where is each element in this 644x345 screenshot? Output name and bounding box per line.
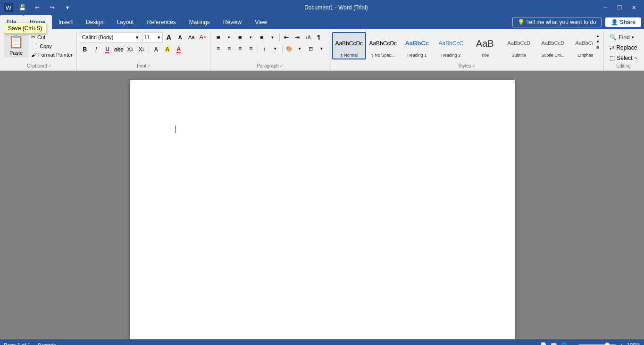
- styles-group-label[interactable]: Styles ⤢: [332, 62, 602, 69]
- close-button[interactable]: ✕: [627, 2, 640, 13]
- replace-button[interactable]: ⇄ Replace: [607, 43, 640, 52]
- doc-layout-icon[interactable]: 📄: [540, 342, 547, 345]
- font-group-label[interactable]: Font ⤢: [80, 62, 208, 69]
- tab-view[interactable]: View: [248, 15, 274, 29]
- font-shrink-button[interactable]: A: [175, 32, 185, 42]
- bullets-dropdown[interactable]: ▾: [224, 32, 234, 42]
- clipboard-right: ✂ Cut 📄 Copy 🖌 Format Painter: [29, 32, 75, 59]
- save-button[interactable]: 💾: [16, 2, 28, 13]
- style-subtitle-preview: AaBbCcD: [508, 34, 530, 53]
- read-mode-icon[interactable]: 📖: [551, 342, 557, 345]
- bullets-button[interactable]: ≡: [213, 32, 224, 42]
- find-icon: 🔍: [610, 34, 617, 41]
- multilevel-dropdown[interactable]: ▾: [268, 32, 278, 42]
- font-size-dropdown[interactable]: 11 ▾: [142, 32, 163, 42]
- paste-button[interactable]: 📋 Paste: [4, 32, 28, 58]
- clear-formatting-button[interactable]: A✕: [198, 32, 208, 42]
- undo-button[interactable]: ↩: [31, 2, 43, 13]
- word-icon: W: [4, 3, 13, 12]
- format-painter-icon: 🖌: [31, 52, 36, 58]
- divider: [282, 44, 283, 53]
- increase-indent-button[interactable]: ⇥: [292, 32, 302, 42]
- multilevel-list-button[interactable]: ≡: [257, 32, 267, 42]
- line-spacing-button[interactable]: ↕: [259, 43, 270, 54]
- minimize-button[interactable]: ─: [599, 2, 612, 13]
- select-button[interactable]: ⬚ Select ~: [607, 54, 640, 62]
- style-heading1[interactable]: AaBbCc Heading 1: [400, 32, 434, 59]
- tab-review[interactable]: Review: [217, 15, 248, 29]
- font-name-dropdown[interactable]: Calibri (Body) ▾: [80, 32, 141, 42]
- redo-button[interactable]: ↪: [46, 2, 59, 13]
- shading-dropdown[interactable]: ▾: [295, 43, 305, 54]
- styles-more[interactable]: ⊞: [594, 44, 602, 50]
- paragraph-row1: ≡ ▾ ≡ ▾ ≡ ▾ ⇤ ⇥ ↕A ¶: [213, 32, 324, 42]
- font-grow-button[interactable]: A: [164, 32, 174, 42]
- style-heading2[interactable]: AaBbCcC Heading 2: [434, 32, 468, 59]
- find-button[interactable]: 🔍 Find ▾: [607, 33, 636, 42]
- document-area[interactable]: [0, 71, 644, 339]
- italic-button[interactable]: I: [91, 44, 101, 55]
- restore-button[interactable]: ❐: [613, 2, 626, 13]
- document-page[interactable]: [130, 80, 515, 339]
- ribbon-tabs-row: File Home Insert Design Layout Reference…: [0, 15, 644, 29]
- style-normal[interactable]: AaBbCcDc ¶ Normal: [332, 32, 366, 59]
- align-left-button[interactable]: ≡: [213, 43, 224, 54]
- numbering-button[interactable]: ≡: [235, 32, 245, 42]
- justify-button[interactable]: ≡: [246, 43, 256, 54]
- format-painter-button[interactable]: 🖌 Format Painter: [29, 51, 75, 59]
- borders-dropdown[interactable]: ▾: [317, 43, 327, 54]
- styles-scroll-up[interactable]: ▲: [594, 33, 602, 39]
- zoom-out-icon[interactable]: ─: [571, 342, 575, 345]
- align-right-button[interactable]: ≡: [235, 43, 245, 54]
- styles-expand-icon: ⤢: [472, 64, 476, 68]
- style-heading2-preview: AaBbCcC: [438, 34, 463, 53]
- subscript-button[interactable]: X2: [125, 44, 135, 55]
- style-emphasis[interactable]: AaBbCcD Emphasis: [570, 32, 594, 59]
- decrease-indent-button[interactable]: ⇤: [281, 32, 292, 42]
- highlight-color-button[interactable]: A: [162, 44, 173, 55]
- ribbon-content: 📋 Paste ✂ Cut 📄 Copy 🖌 Format Painter: [0, 29, 644, 70]
- customize-qat-button[interactable]: ▾: [61, 2, 74, 13]
- tab-mailings[interactable]: Mailings: [183, 15, 217, 29]
- style-title-label: Title: [481, 53, 489, 58]
- paragraph-group-label[interactable]: Paragraph ⤢: [213, 62, 327, 69]
- superscript-button[interactable]: X2: [136, 44, 147, 55]
- style-no-spacing[interactable]: AaBbCcDc ¶ No Spac...: [366, 32, 400, 59]
- tab-insert[interactable]: Insert: [52, 15, 79, 29]
- style-subtle-em[interactable]: AaBbCcD Subtle Em...: [536, 32, 570, 59]
- underline-button[interactable]: U: [102, 44, 113, 55]
- font-color-button[interactable]: A: [174, 44, 184, 55]
- web-layout-icon[interactable]: 🌐: [561, 342, 568, 345]
- borders-button[interactable]: ⊟: [306, 43, 316, 54]
- strikethrough-button[interactable]: abc: [114, 44, 124, 55]
- sort-button[interactable]: ↕A: [303, 32, 313, 42]
- style-subtitle[interactable]: AaBbCcD Subtitle: [502, 32, 536, 59]
- numbering-dropdown[interactable]: ▾: [246, 32, 256, 42]
- style-title[interactable]: AaB Title: [468, 32, 502, 59]
- tab-home[interactable]: Home: [23, 15, 52, 29]
- font-case-button[interactable]: Aa: [186, 32, 197, 42]
- text-effects-button[interactable]: A: [151, 44, 161, 55]
- shading-button[interactable]: 🎨: [284, 43, 294, 54]
- copy-button[interactable]: 📄 Copy: [29, 42, 75, 50]
- align-center-button[interactable]: ≡: [224, 43, 234, 54]
- share-button[interactable]: 👤 Share: [605, 17, 641, 27]
- style-subtle-em-preview: AaBbCcD: [542, 34, 564, 53]
- bold-button[interactable]: B: [80, 44, 90, 55]
- cut-button[interactable]: ✂ Cut: [29, 33, 75, 41]
- clipboard-group-label[interactable]: Clipboard ⤢: [4, 62, 75, 69]
- tab-layout[interactable]: Layout: [110, 15, 140, 29]
- line-spacing-dropdown[interactable]: ▾: [270, 43, 281, 54]
- zoom-in-icon[interactable]: +: [620, 342, 623, 345]
- tab-design[interactable]: Design: [79, 15, 110, 29]
- font-name-arrow: ▾: [136, 34, 139, 41]
- tab-file[interactable]: File: [0, 15, 23, 29]
- zoom-level[interactable]: 100%: [627, 342, 640, 345]
- show-formatting-button[interactable]: ¶: [314, 32, 324, 42]
- tell-me-input[interactable]: 💡 Tell me what you want to do: [512, 17, 602, 27]
- zoom-thumb[interactable]: [605, 343, 610, 345]
- replace-icon: ⇄: [610, 44, 614, 51]
- styles-scroll-down[interactable]: ▼: [594, 39, 602, 44]
- style-title-preview: AaB: [476, 34, 494, 53]
- tab-references[interactable]: References: [140, 15, 182, 29]
